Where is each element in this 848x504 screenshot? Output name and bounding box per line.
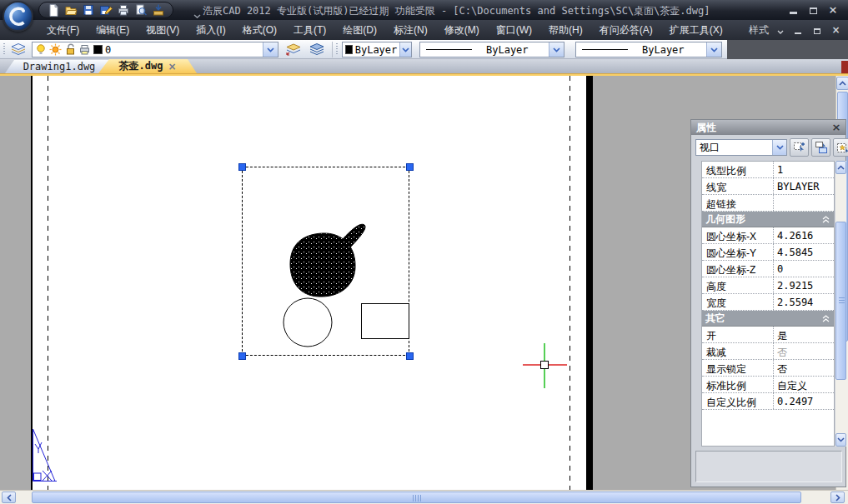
style-dropdown-icon[interactable] [777,22,784,37]
group-header-misc[interactable]: 其它 [702,311,834,327]
quick-select-button[interactable] [833,138,848,157]
collapse-icon[interactable] [821,314,830,322]
open-file-icon[interactable] [64,3,78,17]
toggle-pickadd-button[interactable] [790,138,809,157]
print-icon[interactable] [117,3,130,17]
minimize-button[interactable] [786,4,800,15]
crosshair-cursor [523,343,567,388]
property-value[interactable]: 是 [774,327,834,342]
rectangle-entity[interactable] [362,304,409,339]
color-combo-arrow[interactable] [399,42,411,57]
scroll-right-button[interactable] [830,492,845,503]
lineweight-combo[interactable]: ByLayer [575,42,722,57]
collapse-icon[interactable] [821,215,830,223]
property-value[interactable]: 2.9215 [774,277,834,293]
menu-view[interactable]: 视图(V) [138,20,188,40]
property-value[interactable]: BYLAYER [774,178,834,194]
menu-window[interactable]: 窗口(W) [488,20,540,40]
property-row[interactable]: 圆心坐标-Y 4.5845 [702,244,834,261]
properties-scroll-up[interactable] [835,161,846,174]
menu-edit[interactable]: 编辑(E) [88,20,138,40]
property-value[interactable]: 0 [774,261,834,277]
property-row[interactable]: 圆心坐标-X 4.2616 [702,227,834,244]
property-row[interactable]: 开 是 [702,327,834,343]
property-value[interactable]: 自定义 [774,377,834,392]
print-preview-icon[interactable] [134,3,148,17]
select-objects-button[interactable] [811,138,830,157]
circle-entity[interactable] [284,298,332,347]
property-row[interactable]: 线型比例 1 [702,162,834,178]
mdi-restore-button[interactable] [811,26,822,35]
menu-express-tools[interactable]: 扩展工具(X) [661,20,731,40]
menu-format[interactable]: 格式(O) [234,20,285,40]
property-row[interactable]: 圆心坐标-Z 0 [702,261,834,277]
property-value[interactable]: 4.2616 [774,227,834,243]
tab-teapot[interactable]: 茶壶.dwg × [98,59,197,73]
properties-close-button[interactable]: × [830,121,842,133]
layer-color-swatch [93,45,103,54]
property-row[interactable]: 高度 2.9215 [702,277,834,294]
property-row[interactable]: 显示锁定 否 [702,360,834,377]
menu-help[interactable]: 帮助(H) [540,20,591,40]
menu-modify[interactable]: 修改(M) [436,20,488,40]
linetype-sample [426,49,472,50]
property-row[interactable]: 裁减 否 [702,343,834,360]
property-row[interactable]: 自定义比例 0.2497 [702,393,834,410]
teapot-render[interactable] [290,224,365,297]
window-title: 浩辰CAD 2012 专业版(试用版)已经过期 功能受限 - [C:\Docum… [203,4,753,18]
save-as-icon[interactable] [99,3,113,17]
scroll-left-button[interactable] [2,492,16,503]
save-icon[interactable] [82,3,95,17]
layer-states-button[interactable] [307,41,327,58]
group-header-geometry[interactable]: 几何图形 [702,212,834,227]
close-icon: × [829,4,838,15]
menu-insert[interactable]: 插入(I) [188,20,233,40]
property-value[interactable]: 2.5594 [774,294,834,310]
property-value[interactable] [774,195,834,211]
app-logo[interactable] [3,1,33,32]
properties-scrollbar[interactable] [835,161,846,447]
menu-draw[interactable]: 绘图(D) [334,20,385,40]
title-bar: 浩辰CAD 2012 专业版(试用版)已经过期 功能受限 - [C:\Docum… [0,0,848,20]
property-value[interactable]: 1 [774,162,834,177]
style-toolbar-label[interactable]: 样式 [749,23,769,37]
mdi-close-button[interactable]: × [830,26,841,35]
scroll-up-button[interactable] [836,77,848,90]
horizontal-scroll-thumb[interactable] [32,492,801,503]
toolbar-grip[interactable] [336,43,338,55]
properties-panel-titlebar[interactable]: 属性 [691,120,845,135]
close-button[interactable]: × [826,4,840,15]
tab-close-icon[interactable]: × [168,61,176,72]
property-value[interactable]: 0.2497 [774,393,834,409]
publish-icon[interactable] [152,3,165,17]
restore-button[interactable] [806,4,820,15]
property-row[interactable]: 标准比例 自定义 [702,377,834,393]
linetype-combo-arrow[interactable] [549,42,564,57]
object-type-arrow[interactable] [772,140,786,155]
new-file-icon[interactable] [47,3,60,17]
property-row[interactable]: 超链接 [702,195,834,212]
horizontal-scrollbar[interactable] [0,490,848,504]
properties-scroll-thumb[interactable] [835,222,846,380]
property-row[interactable]: 线宽 BYLAYER [702,178,834,195]
menu-tools[interactable]: 工具(T) [285,20,334,40]
menu-qa[interactable]: 有问必答(A) [591,20,661,40]
property-row[interactable]: 宽度 2.5594 [702,294,834,311]
property-label: 高度 [702,277,774,293]
tab-drawing1[interactable]: Drawing1.dwg [5,60,113,73]
toolbar-grip[interactable] [3,43,5,55]
property-value[interactable]: 否 [774,360,834,376]
object-type-combo[interactable]: 视口 [695,139,787,156]
color-combo[interactable]: ByLayer [342,42,412,57]
linetype-combo[interactable]: ByLayer [419,42,564,57]
layer-select-combo[interactable]: 0 [32,42,278,57]
layer-previous-button[interactable] [284,41,304,58]
property-value[interactable]: 4.5845 [774,244,834,260]
menu-dimension[interactable]: 标注(N) [385,20,436,40]
properties-scroll-down[interactable] [835,433,846,447]
layer-combo-arrow[interactable] [263,42,278,57]
mdi-minimize-button[interactable] [792,26,803,35]
lineweight-combo-arrow[interactable] [706,42,721,57]
layers-manager-button[interactable] [8,41,28,58]
menu-file[interactable]: 文件(F) [38,20,88,40]
